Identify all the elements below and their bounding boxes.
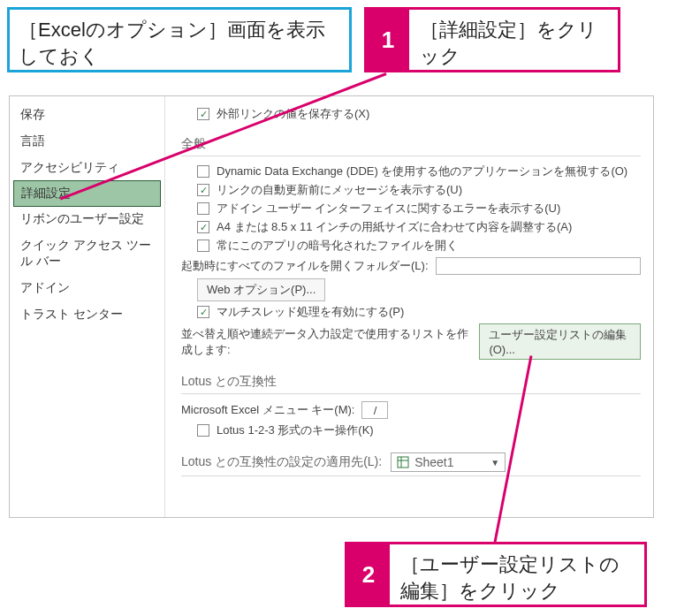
- menu-key-input[interactable]: /: [361, 401, 388, 419]
- sidebar-item-label: 保存: [20, 108, 45, 121]
- sidebar-item-quick-access[interactable]: クイック アクセス ツール バー: [10, 232, 164, 275]
- option-label: Lotus 1-2-3 形式のキー操作(K): [217, 422, 374, 438]
- step-number: 2: [347, 544, 390, 605]
- checkbox-encrypted[interactable]: [197, 240, 209, 252]
- sidebar-item-label: 言語: [20, 134, 45, 148]
- excel-options-dialog: 保存 言語 アクセシビリティ 詳細設定 リボンのユーザー設定 クイック アクセス…: [9, 95, 654, 518]
- input-value: /: [374, 404, 377, 417]
- section-label: Lotus との互換性の設定の適用先(L):: [181, 454, 382, 470]
- checkbox-lotus123[interactable]: [197, 424, 209, 437]
- sidebar-item-language[interactable]: 言語: [10, 128, 164, 155]
- lotus-target-dropdown[interactable]: Sheet1 ▼: [391, 452, 506, 472]
- option-label: A4 または 8.5 x 11 インチの用紙サイズに合わせて内容を調整する(A): [217, 219, 572, 235]
- instruction-callout-2: 2 ［ユーザー設定リストの編集］をクリック: [345, 542, 647, 607]
- dropdown-value: Sheet1: [414, 455, 453, 469]
- sidebar-item-trust-center[interactable]: トラスト センター: [10, 301, 164, 328]
- web-options-button[interactable]: Web オプション(P)...: [197, 278, 325, 301]
- sidebar-item-advanced[interactable]: 詳細設定: [13, 180, 161, 207]
- instruction-callout-blue: ［Excelのオプション］画面を表示しておく: [7, 7, 352, 72]
- section-lotus-target: Lotus との互換性の設定の適用先(L): Sheet1 ▼: [181, 447, 641, 476]
- option-multithread: マルチスレッド処理を有効にする(P): [197, 304, 641, 320]
- section-general: 全般: [181, 131, 641, 156]
- option-label: 並べ替え順や連続データ入力設定で使用するリストを作成します:: [181, 326, 472, 358]
- option-addin-errors: アドイン ユーザー インターフェイスに関するエラーを表示する(U): [197, 201, 641, 217]
- sidebar-item-save[interactable]: 保存: [10, 102, 164, 128]
- checkbox-dde[interactable]: [197, 165, 209, 178]
- checkbox-multithread[interactable]: [197, 306, 209, 318]
- option-encrypted: 常にこのアプリの暗号化されたファイルを開く: [197, 238, 641, 254]
- option-dde: Dynamic Data Exchange (DDE) を使用する他のアプリケー…: [197, 164, 641, 179]
- option-label: 起動時にすべてのファイルを開くフォルダー(L):: [181, 258, 429, 274]
- step-number: 1: [367, 10, 409, 70]
- checkbox-addin-errors[interactable]: [197, 202, 209, 215]
- chevron-down-icon: ▼: [490, 458, 499, 468]
- checkbox-paper-size[interactable]: [197, 221, 209, 233]
- button-label: Web オプション(P)...: [207, 283, 316, 296]
- instruction-callout-1: 1 ［詳細設定］をクリック: [364, 7, 620, 72]
- option-label: アドイン ユーザー インターフェイスに関するエラーを表示する(U): [217, 201, 560, 217]
- sidebar-item-addins[interactable]: アドイン: [10, 275, 164, 301]
- sidebar-item-customize-ribbon[interactable]: リボンのユーザー設定: [10, 206, 164, 232]
- option-label: 常にこのアプリの暗号化されたファイルを開く: [217, 238, 458, 254]
- options-main-panel: 外部リンクの値を保存する(X) 全般 Dynamic Data Exchange…: [165, 96, 653, 517]
- svg-rect-0: [398, 457, 408, 468]
- sidebar-item-label: トラスト センター: [20, 308, 123, 321]
- step-text: ［ユーザー設定リストの編集］をクリック: [390, 544, 644, 605]
- custom-list-row: 並べ替え順や連続データ入力設定で使用するリストを作成します: ユーザー設定リスト…: [181, 323, 641, 360]
- callout-text: ［Excelのオプション］画面を表示しておく: [19, 19, 325, 67]
- option-label: リンクの自動更新前にメッセージを表示する(U): [217, 182, 462, 198]
- checkbox-autoupdate[interactable]: [197, 184, 209, 196]
- step-text: ［詳細設定］をクリック: [409, 10, 618, 70]
- sidebar-item-label: クイック アクセス ツール バー: [20, 239, 151, 268]
- lotus-menu-key-row: Microsoft Excel メニュー キー(M): /: [181, 401, 641, 419]
- sidebar-item-label: アクセシビリティ: [20, 161, 119, 174]
- checkbox-external-links[interactable]: [197, 108, 209, 120]
- option-lotus123: Lotus 1-2-3 形式のキー操作(K): [197, 422, 641, 438]
- options-sidebar: 保存 言語 アクセシビリティ 詳細設定 リボンのユーザー設定 クイック アクセス…: [10, 96, 165, 517]
- startup-folder-input[interactable]: [436, 257, 642, 275]
- option-startup-folder: 起動時にすべてのファイルを開くフォルダー(L):: [181, 257, 641, 275]
- section-lotus-compat: Lotus との互換性: [181, 369, 641, 394]
- edit-custom-lists-button[interactable]: ユーザー設定リストの編集(O)...: [479, 323, 641, 360]
- sheet-icon: [397, 456, 409, 468]
- option-label: マルチスレッド処理を有効にする(P): [217, 304, 404, 320]
- option-label: Microsoft Excel メニュー キー(M):: [181, 402, 354, 418]
- sidebar-item-label: アドイン: [20, 281, 70, 294]
- option-label: Dynamic Data Exchange (DDE) を使用する他のアプリケー…: [217, 164, 627, 179]
- option-paper-size: A4 または 8.5 x 11 インチの用紙サイズに合わせて内容を調整する(A): [197, 219, 641, 235]
- button-label: ユーザー設定リストの編集(O)...: [489, 328, 627, 356]
- web-options-row: Web オプション(P)...: [197, 278, 641, 301]
- sidebar-item-label: リボンのユーザー設定: [20, 212, 144, 225]
- option-autoupdate: リンクの自動更新前にメッセージを表示する(U): [197, 182, 641, 198]
